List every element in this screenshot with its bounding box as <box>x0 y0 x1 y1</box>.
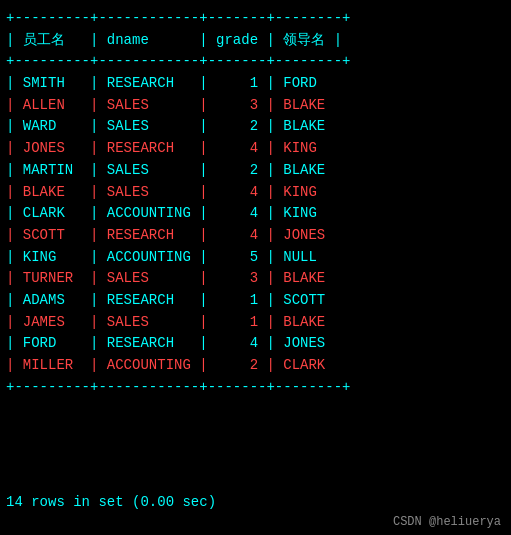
table-row: | TURNER | SALES | 3 | BLAKE <box>6 268 505 290</box>
table-row: | SCOTT | RESEARCH | 4 | JONES <box>6 225 505 247</box>
table-body: | SMITH | RESEARCH | 1 | FORD| ALLEN | S… <box>6 73 505 377</box>
table-row: | ADAMS | RESEARCH | 1 | SCOTT <box>6 290 505 312</box>
table-row: | FORD | RESEARCH | 4 | JONES <box>6 333 505 355</box>
table-row: | CLARK | ACCOUNTING | 4 | KING <box>6 203 505 225</box>
terminal-window: +---------+------------+-------+--------… <box>0 0 511 535</box>
table-header: | 员工名 | dname | grade | 领导名 | <box>6 30 505 52</box>
table-row: | SMITH | RESEARCH | 1 | FORD <box>6 73 505 95</box>
header-border: +---------+------------+-------+--------… <box>6 51 505 73</box>
bottom-border: +---------+------------+-------+--------… <box>6 377 505 399</box>
table-row: | ALLEN | SALES | 3 | BLAKE <box>6 95 505 117</box>
table-row: | MARTIN | SALES | 2 | BLAKE <box>6 160 505 182</box>
top-border: +---------+------------+-------+--------… <box>6 8 505 30</box>
table-row: | JAMES | SALES | 1 | BLAKE <box>6 312 505 334</box>
watermark: CSDN @heliuerya <box>6 515 505 529</box>
row-count: 14 rows in set (0.00 sec) <box>6 491 505 513</box>
table-container: +---------+------------+-------+--------… <box>6 8 505 489</box>
table-row: | MILLER | ACCOUNTING | 2 | CLARK <box>6 355 505 377</box>
table-row: | BLAKE | SALES | 4 | KING <box>6 182 505 204</box>
table-row: | JONES | RESEARCH | 4 | KING <box>6 138 505 160</box>
table-row: | KING | ACCOUNTING | 5 | NULL <box>6 247 505 269</box>
table-row: | WARD | SALES | 2 | BLAKE <box>6 116 505 138</box>
